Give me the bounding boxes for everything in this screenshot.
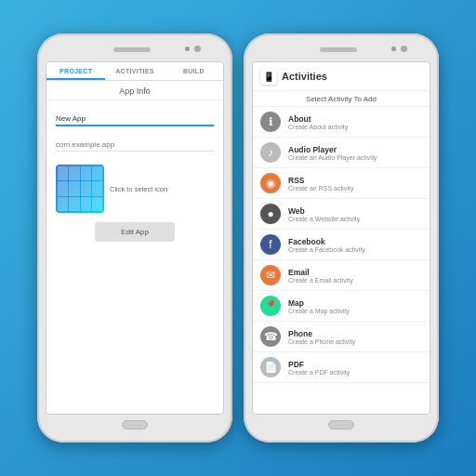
icon-cell bbox=[69, 181, 79, 195]
activity-item[interactable]: 📄PDFCreate a PDF activity bbox=[253, 352, 430, 383]
icon-cell bbox=[92, 181, 102, 195]
activity-desc: Create a Website activity bbox=[288, 216, 422, 222]
activity-icon-facebook: f bbox=[260, 234, 281, 255]
activity-desc: Create a Facebook activity bbox=[288, 246, 422, 253]
home-button-right[interactable] bbox=[328, 420, 354, 430]
camera-left bbox=[194, 46, 201, 52]
icon-cell bbox=[92, 197, 102, 211]
activity-text: MapCreate a Map activity bbox=[288, 298, 422, 314]
activity-item[interactable]: ℹAboutCreate About activity bbox=[253, 107, 430, 138]
front-camera-right bbox=[391, 46, 396, 51]
activity-item[interactable]: ☎PhoneCreate a Phone activity bbox=[253, 322, 430, 352]
activity-icon-phone: ☎ bbox=[260, 326, 281, 347]
activity-name: Phone bbox=[288, 329, 422, 338]
activities-icon-glyph: 📱 bbox=[263, 72, 274, 82]
activity-desc: Create a Map activity bbox=[288, 308, 422, 314]
activity-list: ℹAboutCreate About activity♪Audio Player… bbox=[253, 107, 430, 410]
icon-cell bbox=[81, 181, 91, 195]
activity-text: AboutCreate About activity bbox=[288, 114, 422, 130]
activity-name: Audio Player bbox=[288, 145, 422, 154]
activity-item[interactable]: fFacebookCreate a Facebook activity bbox=[253, 230, 430, 260]
activity-name: Web bbox=[288, 206, 422, 216]
icon-cell bbox=[58, 197, 68, 211]
activity-text: Audio PlayerCreate an Audio Player activ… bbox=[288, 145, 422, 161]
edit-app-button[interactable]: Edit App bbox=[95, 222, 175, 242]
left-screen: PROJECT ACTIVITIES BUILD App Info bbox=[46, 61, 224, 415]
activity-desc: Create a PDF activity bbox=[288, 369, 422, 376]
icon-cell bbox=[81, 197, 91, 211]
right-phone: 📱 Activities Select Activity To Add ℹAbo… bbox=[244, 33, 439, 443]
app-info-form: Click to select icon Edit App bbox=[46, 100, 223, 255]
tab-build[interactable]: BUILD bbox=[165, 62, 223, 80]
phone-top-left bbox=[43, 43, 227, 56]
activity-text: EmailCreate a Email activity bbox=[288, 268, 422, 284]
tab-activities[interactable]: ACTIVITIES bbox=[105, 62, 164, 80]
activity-name: Facebook bbox=[288, 237, 422, 246]
activity-item[interactable]: ●WebCreate a Website activity bbox=[253, 199, 430, 230]
camera-right bbox=[401, 46, 407, 52]
icon-cell bbox=[58, 166, 68, 180]
activities-title: Activities bbox=[282, 71, 327, 82]
activity-name: PDF bbox=[288, 360, 422, 369]
activity-item[interactable]: 📍MapCreate a Map activity bbox=[253, 291, 430, 322]
speaker-right bbox=[320, 47, 357, 52]
package-input[interactable] bbox=[56, 139, 214, 152]
activity-text: PhoneCreate a Phone activity bbox=[288, 329, 422, 345]
activities-app-icon: 📱 bbox=[260, 68, 277, 85]
activity-icon-web: ● bbox=[260, 204, 281, 224]
activity-name: RSS bbox=[288, 176, 422, 185]
icon-picker: Click to select icon bbox=[56, 165, 214, 213]
activity-text: FacebookCreate a Facebook activity bbox=[288, 237, 422, 253]
phone-top-right bbox=[249, 43, 433, 56]
activity-text: PDFCreate a PDF activity bbox=[288, 360, 422, 376]
icon-cell bbox=[81, 166, 91, 180]
speaker-left bbox=[113, 47, 151, 52]
activity-item[interactable]: ✉EmailCreate a Email activity bbox=[253, 260, 430, 291]
right-screen: 📱 Activities Select Activity To Add ℹAbo… bbox=[252, 61, 430, 415]
icon-cell bbox=[92, 166, 102, 180]
app-info-title: App Info bbox=[46, 81, 223, 100]
icon-picker-label: Click to select icon bbox=[110, 185, 167, 193]
phone-bottom-right bbox=[249, 420, 433, 430]
icon-cell bbox=[58, 181, 68, 195]
activity-name: Map bbox=[288, 298, 422, 308]
left-phone: PROJECT ACTIVITIES BUILD App Info bbox=[37, 33, 232, 443]
app-icon-thumb[interactable] bbox=[56, 165, 104, 213]
activity-name: About bbox=[288, 114, 422, 124]
activity-item[interactable]: ♪Audio PlayerCreate an Audio Player acti… bbox=[253, 138, 430, 168]
app-name-input[interactable] bbox=[56, 112, 214, 126]
tab-project[interactable]: PROJECT bbox=[46, 62, 105, 80]
home-button-left[interactable] bbox=[122, 420, 148, 430]
activity-icon-audio-player: ♪ bbox=[260, 142, 281, 163]
activity-icon-pdf: 📄 bbox=[260, 357, 281, 377]
activities-header: 📱 Activities bbox=[253, 62, 430, 91]
activity-text: RSSCreate an RSS activity bbox=[288, 176, 422, 192]
activity-text: WebCreate a Website activity bbox=[288, 206, 422, 222]
activity-name: Email bbox=[288, 268, 422, 277]
front-camera-left bbox=[185, 46, 190, 51]
activity-item[interactable]: ◉RSSCreate an RSS activity bbox=[253, 168, 430, 199]
activity-icon-email: ✉ bbox=[260, 265, 281, 285]
activity-desc: Create About activity bbox=[288, 124, 422, 130]
select-subtitle: Select Activity To Add bbox=[253, 91, 430, 107]
phone-bottom-left bbox=[43, 420, 227, 430]
activity-desc: Create a Email activity bbox=[288, 277, 422, 284]
icon-cell bbox=[69, 197, 79, 211]
activity-desc: Create an RSS activity bbox=[288, 185, 422, 192]
activity-icon-about: ℹ bbox=[260, 112, 281, 132]
icon-cell bbox=[69, 166, 79, 180]
activity-desc: Create an Audio Player activity bbox=[288, 154, 422, 161]
activity-desc: Create a Phone activity bbox=[288, 338, 422, 345]
tab-bar: PROJECT ACTIVITIES BUILD bbox=[46, 62, 223, 81]
activity-icon-rss: ◉ bbox=[260, 173, 281, 193]
activity-icon-map: 📍 bbox=[260, 296, 281, 316]
